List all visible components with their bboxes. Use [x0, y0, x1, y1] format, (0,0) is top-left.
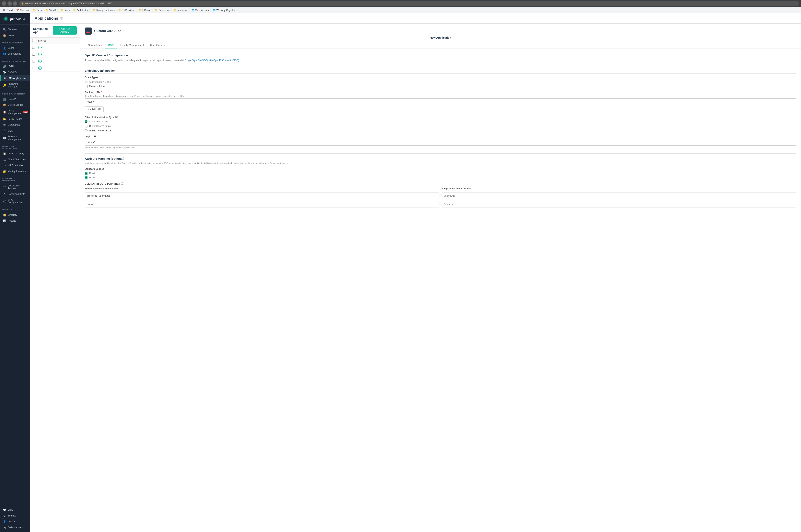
public-none-pkce-radio[interactable] — [85, 129, 88, 132]
sidebar-item-mdm[interactable]: 📱 MDM — [0, 128, 30, 134]
row-checkbox[interactable] — [32, 46, 35, 49]
sidebar-item-software-management[interactable]: 💿 Software Management — [0, 134, 30, 142]
sidebar-item-label: Active Directory — [8, 152, 24, 155]
sidebar-item-label: Account — [8, 520, 16, 523]
bookmark-websitelocal[interactable]: 🌐 WebsiteLocal — [190, 8, 211, 12]
bookmark-hr[interactable]: 📁 HR tools — [137, 8, 153, 12]
sidebar-insights: INSIGHTS 📒 Directory 📊 Reports — [0, 206, 30, 225]
sp-attr-input-2[interactable] — [85, 201, 439, 207]
client-auth-info-icon[interactable]: ⓘ — [115, 115, 117, 119]
mapping-row-2 — [85, 201, 796, 207]
sidebar-item-device-groups[interactable]: 📦 Device Groups — [0, 102, 30, 108]
select-all-checkbox[interactable] — [32, 39, 35, 42]
bookmark-calendar[interactable]: 📅 Calendar — [15, 8, 31, 12]
sidebar-item-policy-groups[interactable]: 📂 Policy Groups — [0, 116, 30, 122]
sp-attr-input-1[interactable] — [85, 192, 439, 199]
client-secret-basic-radio[interactable] — [85, 125, 88, 128]
sidebar-item-user-groups[interactable]: 👥 User Groups — [0, 51, 30, 57]
table-row[interactable] — [30, 58, 80, 65]
tab-user-groups[interactable]: User Groups — [147, 42, 168, 49]
page-info-icon[interactable]: ⓘ — [60, 17, 63, 20]
sidebar: jumpcloud 🔍 Discover 🏠 Home USER MANAGEM… — [0, 13, 30, 532]
url-bar[interactable]: 🔒 console.jumpcloud.com/#/applications/c… — [19, 1, 799, 6]
sidebar-item-account[interactable]: 👤 Account — [0, 519, 30, 525]
sidebar-item-cloud-directories[interactable]: ☁ Cloud Directories — [0, 156, 30, 163]
login-url-input[interactable] — [85, 139, 796, 146]
sidebar-item-chat[interactable]: 💬 Chat — [0, 507, 30, 513]
table-row[interactable] — [30, 65, 80, 72]
shield-icon: 🛡 — [3, 186, 6, 189]
sidebar-item-home[interactable]: 🏠 Home — [0, 33, 30, 38]
email-scope-checkbox[interactable] — [85, 172, 88, 175]
sidebar-item-reports[interactable]: 📊 Reports — [0, 218, 30, 224]
bookmark-envs[interactable]: 📁 Envs — [32, 8, 43, 12]
tab-general-info[interactable]: General Info — [85, 42, 105, 49]
attribute-mapping-desc: If attributes are required by either, th… — [85, 162, 796, 165]
table-row[interactable] — [30, 51, 80, 58]
refresh-token-checkbox[interactable] — [85, 85, 88, 88]
bookmark-tools[interactable]: 📁 Tools — [59, 8, 71, 12]
sidebar-item-active-directory[interactable]: 🔲 Active Directory — [0, 151, 30, 156]
sidebar-item-password-manager[interactable]: 🔑 Password Manager — [0, 81, 30, 89]
sidebar-item-identity-providers[interactable]: 🔐 Identity Providers — [0, 168, 30, 174]
authorization-code-checkbox[interactable] — [85, 80, 88, 83]
tab-identity-management[interactable]: Identity Management — [117, 42, 147, 49]
bookmark-label: Documents — [159, 9, 170, 12]
app-list-panel: Configured App + Add New Applic... Statu… — [30, 23, 80, 532]
oidc-link[interactable]: Single Sign On (SSO) with OpenID Connect… — [185, 59, 240, 62]
sidebar-item-label: Policy Management — [8, 109, 21, 115]
add-uri-button[interactable]: + + Add URI — [85, 107, 104, 112]
desc-prefix: To learn more about this configuration, … — [85, 59, 185, 62]
row-checkbox[interactable] — [32, 60, 35, 62]
sidebar-item-mfa-configurations[interactable]: 📲 MFA Configurations — [0, 197, 30, 205]
sidebar-item-hr-directories[interactable]: 🗂 HR Directories — [0, 163, 30, 168]
bookmark-documents[interactable]: 📁 Documents — [153, 8, 172, 12]
folder-icon: 📁 — [73, 9, 76, 12]
sidebar-item-conditional-lists[interactable]: ⚙ Conditional Lists — [0, 191, 30, 197]
redirect-uris-input[interactable] — [85, 98, 796, 105]
sidebar-item-devices[interactable]: 💻 Devices — [0, 96, 30, 102]
bookmark-clickup[interactable]: 📁 ClickUp — [44, 8, 59, 12]
reload-button[interactable]: ↻ — [13, 1, 17, 6]
sidebar-item-conditional-policies[interactable]: 🛡 Conditional Policies — [0, 183, 30, 191]
bookmark-gmail[interactable]: ✉ Gmail — [2, 8, 14, 12]
bookmark-architecture[interactable]: 📁 Architecture — [72, 8, 91, 12]
bookmark-interviews[interactable]: 📁 Interviews — [172, 8, 190, 12]
sidebar-user-management: USER MANAGEMENT 👤 Users 👥 User Groups — [0, 39, 30, 58]
status-badge — [38, 59, 42, 63]
sidebar-item-discover[interactable]: 🔍 Discover — [0, 26, 30, 33]
app-list-header: Configured App + Add New Applic... — [30, 23, 80, 38]
sidebar-item-settings[interactable]: ⚙ Settings — [0, 513, 30, 519]
bookmark-rarely[interactable]: 📁 Rarely used tools — [91, 8, 116, 12]
mapping-header-row: Service Provider Attribute Name * JumpCl… — [85, 187, 796, 191]
user-attr-info-icon[interactable]: ⓘ — [121, 182, 124, 186]
sidebar-item-sso-applications[interactable]: ⊞ SSO Applications — [0, 75, 30, 81]
sidebar-item-ldap[interactable]: 🔗 LDAP — [0, 63, 30, 69]
tab-sso[interactable]: SSO — [105, 42, 117, 49]
back-button[interactable]: ← — [2, 1, 6, 6]
sidebar-item-policy-management[interactable]: 📋 Policy Management NEW — [0, 108, 30, 116]
client-secret-post-label: Client Secret Post — [89, 120, 110, 123]
sidebar-item-collapse[interactable]: ◀ Collapse Menu — [0, 525, 30, 530]
client-secret-post-radio[interactable] — [85, 120, 88, 123]
bookmark-webapp[interactable]: 🌐 WebApp Register — [211, 8, 237, 12]
sidebar-item-users[interactable]: 👤 Users — [0, 45, 30, 51]
bookmark-git[interactable]: 📁 Git Providers — [116, 8, 137, 12]
table-row[interactable] — [30, 44, 80, 51]
sidebar-item-commands[interactable]: ⌨ Commands — [0, 122, 30, 128]
add-new-app-button[interactable]: + Add New Applic... — [53, 26, 77, 35]
forward-button[interactable]: → — [7, 1, 12, 6]
commands-icon: ⌨ — [3, 124, 6, 127]
sidebar-item-label: Home — [8, 34, 14, 37]
refresh-token-checkbox-item: Refresh Token — [85, 85, 796, 88]
row-checkbox[interactable] — [32, 53, 35, 56]
sidebar-top-section: 🔍 Discover 🏠 Home — [0, 24, 30, 39]
sidebar-item-directory[interactable]: 📒 Directory — [0, 212, 30, 218]
jc-attr-input-1[interactable] — [442, 192, 797, 199]
jc-attr-input-2[interactable] — [442, 201, 797, 207]
row-checkbox[interactable] — [32, 66, 35, 69]
profile-scope-checkbox[interactable] — [85, 176, 88, 179]
client-auth-type-group: Client Authentication Type ⓘ Client Secr… — [85, 115, 796, 132]
sidebar-item-radius[interactable]: 📡 RADIUS — [0, 69, 30, 75]
sidebar-logo: jumpcloud — [0, 13, 30, 24]
